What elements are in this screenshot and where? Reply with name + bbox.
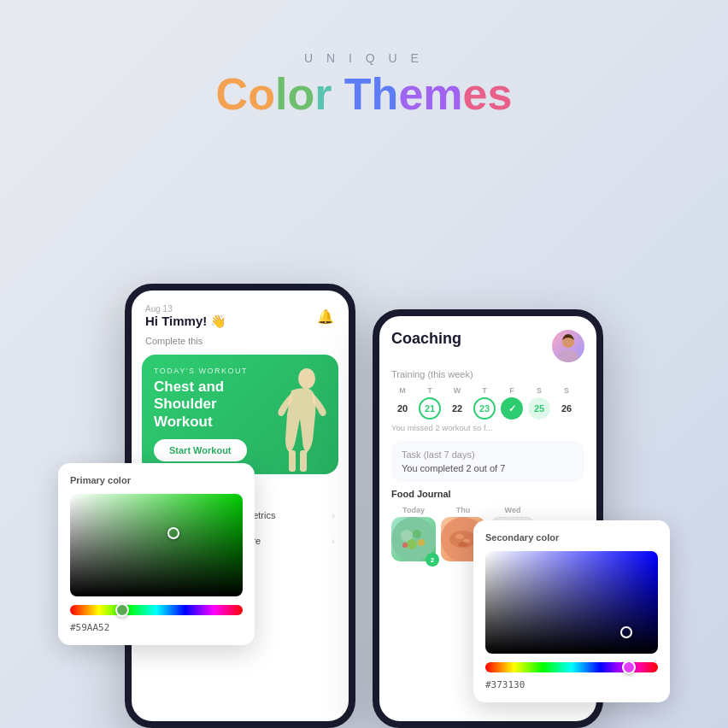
char-e2: e: [463, 69, 488, 119]
day-col-s2: S 26: [555, 386, 578, 420]
char-o2: o: [287, 69, 314, 119]
svg-point-11: [402, 543, 408, 548]
char-o1: o: [248, 69, 275, 119]
training-section: Training (this week) M 20 T 21 W 22 T 23: [379, 369, 596, 432]
char-s: s: [487, 69, 512, 119]
date-text: Aug 13 Hi Timmy! 👋: [145, 304, 226, 329]
task-card-text: You completed 2 out of 7: [402, 463, 574, 473]
day-col-s1: S 25: [528, 386, 550, 420]
secondary-gradient-cursor[interactable]: [620, 626, 632, 638]
primary-gradient-cursor[interactable]: [167, 527, 179, 539]
secondary-picker-title: Secondary color: [485, 532, 658, 543]
svg-rect-1: [300, 450, 307, 472]
day-col-m: M 20: [391, 386, 414, 420]
task-card-title: Task (last 7 days): [402, 449, 574, 460]
food-day-today: Today 2: [391, 506, 436, 561]
primary-hex-value: #59AA52: [70, 622, 243, 633]
secondary-hue-cursor[interactable]: [622, 660, 636, 674]
training-label: Training (this week): [391, 369, 584, 379]
food-img-salad: 2: [391, 517, 436, 561]
coaching-title: Coaching: [391, 330, 461, 348]
food-badge-1: 2: [426, 553, 439, 567]
header: U N I Q U E Color Themes: [0, 0, 728, 119]
workout-figure: [240, 363, 334, 474]
day-col-t1: T 21: [419, 386, 441, 420]
svg-rect-2: [289, 450, 296, 472]
char-c: C: [216, 69, 249, 119]
task-card: Task (last 7 days) You completed 2 out o…: [391, 441, 584, 482]
primary-hue-cursor[interactable]: [115, 603, 129, 617]
food-title: Food Journal: [391, 489, 584, 499]
char-r: r: [314, 69, 332, 119]
coaching-title-container: Coaching: [391, 330, 461, 348]
char-T: T: [344, 69, 372, 119]
svg-point-8: [413, 530, 421, 538]
char-e1: e: [398, 69, 423, 119]
primary-gradient-box[interactable]: [70, 494, 243, 596]
svg-point-10: [418, 539, 425, 546]
primary-hue-slider[interactable]: [70, 605, 243, 615]
svg-point-16: [458, 542, 468, 547]
phone-subtitle: Complete this: [132, 336, 349, 355]
start-workout-button[interactable]: Start Workout: [154, 439, 247, 461]
secondary-hue-slider[interactable]: [485, 662, 658, 672]
calendar: M 20 T 21 W 22 T 23 F ✓: [391, 386, 584, 420]
missed-text: You missed 2 workout so f...: [391, 423, 584, 432]
avatar: [552, 330, 584, 362]
char-m: m: [423, 69, 462, 119]
task-arrow-1: ›: [332, 510, 335, 520]
svg-point-9: [407, 539, 417, 549]
secondary-gradient-box[interactable]: [485, 551, 658, 654]
primary-color-picker: Primary color #59AA52: [58, 463, 255, 645]
svg-point-4: [558, 349, 578, 362]
phone-left-header: Aug 13 Hi Timmy! 👋 🔔: [132, 291, 349, 336]
char-l: l: [275, 69, 287, 119]
unique-label: U N I Q U E: [0, 51, 728, 65]
secondary-hex-value: #373130: [485, 679, 658, 690]
secondary-color-picker: Secondary color #373130: [473, 520, 670, 702]
bell-icon[interactable]: 🔔: [316, 308, 335, 326]
svg-point-14: [455, 534, 464, 539]
workout-card: TODAY'S WORKOUT Chest and Shoulder Worko…: [142, 355, 338, 474]
char-h: h: [372, 69, 399, 119]
header-title: Color Themes: [0, 70, 728, 119]
task-arrow-2: ›: [332, 536, 335, 546]
day-col-f: F ✓: [501, 386, 523, 420]
day-col-w: W 22: [446, 386, 468, 420]
devices-container: Aug 13 Hi Timmy! 👋 🔔 Complete this TODAY…: [22, 232, 706, 728]
phone-right-header: Coaching: [379, 316, 596, 369]
svg-point-0: [298, 368, 315, 389]
greeting: Hi Timmy! 👋: [145, 314, 226, 329]
primary-picker-title: Primary color: [70, 475, 243, 485]
day-col-t2: T 23: [473, 386, 496, 420]
